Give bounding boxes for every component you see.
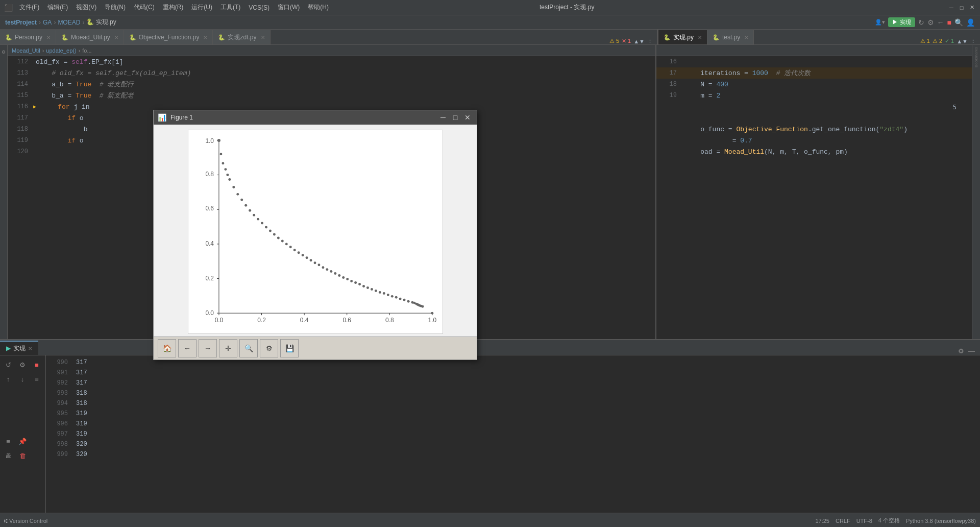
tab-test-py[interactable]: 🐍 test.py ✕	[707, 30, 754, 44]
menu-run[interactable]: 运行(U)	[188, 2, 216, 13]
figure-minimize-btn[interactable]: ─	[438, 112, 448, 123]
window-controls: ─ □ ✕	[947, 4, 976, 12]
stop-icon[interactable]: ■	[947, 18, 951, 27]
menu-navigate[interactable]: 导航(N)	[101, 2, 129, 13]
error-count-left: ✕ 1	[622, 38, 631, 44]
menu-file[interactable]: 文件(F)	[16, 2, 43, 13]
encoding-indicator[interactable]: UTF-8	[856, 518, 872, 524]
tab-shixian-py[interactable]: 🐍 实现.py ✕	[658, 30, 707, 44]
back-nav-icon[interactable]: ←	[937, 18, 944, 27]
close-button[interactable]: ✕	[968, 4, 976, 12]
breadcrumb-moead[interactable]: MOEAD	[58, 19, 80, 26]
svg-point-67	[374, 290, 377, 292]
settings-icon[interactable]: ⚙	[927, 18, 934, 27]
menu-refactor[interactable]: 重构(R)	[159, 2, 187, 13]
svg-point-35	[244, 204, 247, 207]
run-print-btn[interactable]: 🖶	[2, 449, 14, 462]
fig-save-btn[interactable]: 💾	[280, 339, 299, 357]
menu-tools[interactable]: 工具(T)	[217, 2, 244, 13]
svg-point-69	[382, 292, 385, 295]
fig-back-btn[interactable]: ←	[178, 339, 197, 357]
py-icon2: 🐍	[61, 34, 68, 41]
menu-code[interactable]: 代码(C)	[130, 2, 158, 13]
run-wrap-btn[interactable]: ≡	[31, 373, 43, 385]
fig-zoom-btn[interactable]: 🔍	[239, 339, 258, 357]
svg-point-36	[249, 209, 251, 212]
svg-point-51	[309, 259, 312, 261]
bc-fo[interactable]: fo...	[82, 47, 91, 54]
breadcrumb-ga[interactable]: GA	[43, 19, 52, 26]
figure-window-controls: ─ □ ✕	[438, 112, 473, 123]
maximize-button[interactable]: □	[958, 4, 966, 12]
python-version-indicator[interactable]: Python 3.8 (tensorflowpy38)	[906, 518, 976, 524]
code-line-112: 112 old_fx = self.EP_fx[i]	[8, 56, 655, 67]
figure-dialog: 📊 Figure 1 ─ □ ✕ 0.0 0.2 0.4 0.6 0.8 1.0	[153, 110, 477, 360]
run-stop-btn[interactable]: ■	[31, 358, 43, 371]
svg-point-32	[232, 186, 235, 188]
run-scroll-down-btn[interactable]: ↓	[16, 373, 29, 385]
svg-text:0.2: 0.2	[257, 317, 266, 324]
figure-close-btn[interactable]: ✕	[462, 112, 473, 123]
menu-help[interactable]: 帮助(H)	[304, 2, 332, 13]
tab-close-shixian[interactable]: ✕	[261, 35, 265, 40]
fig-forward-btn[interactable]: →	[199, 339, 217, 357]
menu-view[interactable]: 视图(V)	[72, 2, 100, 13]
minimize-run-icon[interactable]: —	[968, 347, 975, 355]
status-left: ⑆ Version Control	[4, 518, 47, 524]
settings-run-icon[interactable]: ⚙	[958, 347, 964, 355]
run-tab-close[interactable]: ✕	[28, 346, 32, 351]
search-icon[interactable]: 🔍	[954, 18, 963, 27]
tab-shixian-zdt-py[interactable]: 🐍 实现zdt.py ✕	[213, 30, 270, 44]
breadcrumb-file: 🐍 实现.py	[86, 18, 116, 27]
run-tab-bar: ▶ 实现 ✕ ⚙ —	[0, 340, 980, 355]
run-delete-btn[interactable]: 🗑	[16, 449, 29, 462]
line-ending-indicator[interactable]: CRLF	[836, 518, 850, 524]
run-scroll-up-btn[interactable]: ↑	[2, 373, 14, 385]
fig-pan-btn[interactable]: ✛	[219, 339, 237, 357]
tab-close-objective[interactable]: ✕	[203, 35, 207, 40]
run-panel-tab-active[interactable]: ▶ 实现 ✕	[0, 341, 38, 355]
svg-point-48	[297, 251, 300, 254]
right-line-extra: 5	[656, 101, 972, 124]
indent-indicator[interactable]: 4 个空格	[878, 517, 900, 524]
vcs-icon[interactable]: 👤▾	[875, 19, 885, 26]
menu-vcs[interactable]: VCS(S)	[245, 3, 273, 12]
refresh-icon[interactable]: ↻	[918, 18, 924, 27]
title-bar: ⬛ 文件(F) 编辑(E) 视图(V) 导航(N) 代码(C) 重构(R) 运行…	[0, 0, 980, 15]
menu-window[interactable]: 窗口(W)	[274, 2, 303, 13]
tab-close-shixian2[interactable]: ✕	[698, 35, 702, 40]
run-settings-btn[interactable]: ⚙	[16, 358, 29, 371]
tab-person-py[interactable]: 🐍 Person.py ✕	[0, 30, 56, 44]
fig-home-btn[interactable]: 🏠	[158, 339, 176, 357]
right-line-16: 16	[656, 56, 972, 67]
profile-icon[interactable]: 👤	[966, 18, 975, 27]
version-control-status[interactable]: ⑆ Version Control	[4, 518, 47, 524]
right-line-pm: = 0.7	[656, 135, 972, 146]
code-line-114: 114 a_b = True # 老支配行	[8, 79, 655, 90]
run-restart-btn[interactable]: ↺	[2, 358, 14, 371]
minimize-button[interactable]: ─	[947, 4, 955, 12]
menu-edit[interactable]: 编辑(E)	[44, 2, 71, 13]
tab-close-moead[interactable]: ✕	[114, 35, 118, 40]
bc-moead-util[interactable]: Moead_Util	[12, 47, 40, 54]
tab-close-test[interactable]: ✕	[744, 35, 748, 40]
editor-breadcrumb: Moead_Util › update_ep() › fo...	[8, 45, 655, 56]
run-filter-btn[interactable]: ≡	[2, 435, 14, 447]
run-line-996: 996 319	[50, 419, 976, 429]
run-pin-btn[interactable]: 📌	[16, 435, 29, 447]
left-gutter: ⚙	[0, 45, 8, 339]
tab-close-person[interactable]: ✕	[46, 35, 51, 40]
figure-maximize-btn[interactable]: □	[450, 112, 460, 123]
svg-point-61	[350, 280, 353, 282]
svg-point-50	[305, 256, 308, 259]
bc-update-ep[interactable]: update_ep()	[46, 47, 76, 54]
fig-configure-btn[interactable]: ⚙	[260, 339, 278, 357]
svg-point-63	[358, 283, 361, 285]
svg-point-47	[293, 249, 296, 251]
time-display: 17:25	[815, 518, 829, 524]
run-button-top[interactable]: ▶ 实现	[888, 17, 915, 27]
svg-text:0.8: 0.8	[385, 317, 394, 324]
tab-moead-util-py[interactable]: 🐍 Moead_Util.py ✕	[56, 30, 124, 44]
tab-objective-function-py[interactable]: 🐍 Objective_Function.py ✕	[124, 30, 213, 44]
run-tab-icon: ▶	[6, 345, 11, 352]
